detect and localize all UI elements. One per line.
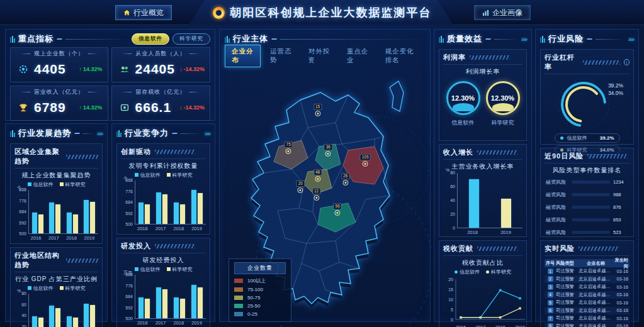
hatch-decor [155,150,195,154]
pin-icon [314,195,319,201]
tab-0[interactable]: 企业分布 [225,45,261,67]
hbar-row: 融资风险988 [546,191,628,198]
map-marker-28[interactable]: 28 [341,173,349,186]
bar [73,214,78,233]
wave-decor [453,103,474,111]
pin-icon [335,210,341,216]
tab-4[interactable]: 规企变化排名 [378,45,425,67]
bar-chart-patents: 个8687766845925002016201720182019 [121,180,206,231]
bar [174,202,179,224]
bar [84,304,89,327]
map-marker-36[interactable]: 36 [324,144,332,157]
map-marker-12[interactable]: 12 [312,188,320,201]
map-legend-row: 25-50 [234,303,286,309]
bar [180,204,185,224]
legend-swatch [60,182,64,186]
hatch-decor [477,150,517,155]
bar [38,318,43,327]
map-marker-75[interactable]: 75 [285,141,293,154]
pin-icon [286,148,291,154]
pin-icon [363,161,368,167]
table-row[interactable]: 3司法预警北京启迪卓越科技有限公司03-16 [545,283,630,291]
filter-pill-research[interactable]: 科学研究 [172,33,210,45]
bar [198,193,203,224]
more-link[interactable]: »» [628,36,634,43]
more-link[interactable]: »» [205,130,210,137]
bar [469,179,479,228]
bar [174,297,179,318]
panel-risk: 行业风险 – »» 行业杠杆率 i 39.2% 34.0% 信息软件39.2% … [535,29,639,322]
delta-down: ↓ -14.32% [179,66,206,72]
district-map[interactable]: 1575361054828201256 企业数量 100以上75-10050-7… [220,76,431,327]
legend-chip [234,296,243,300]
sub-rd-investment: 研发投入 研发经费投入 信息软件 科学研究 万元8687766845925002… [116,238,210,327]
pin-icon [315,176,320,182]
sub-innovation: 创新驱动 发明专利累计授权数量 信息软件 科学研究 个8687766845925… [116,143,210,235]
map-marker-15[interactable]: 15 [314,104,322,116]
legend-swatch [28,286,31,290]
legend-chip [234,279,243,283]
bar [145,299,150,318]
legend-swatch [60,286,64,290]
bar-chart-cluster: 个8687766845925002016201720182019 [14,190,98,241]
tab-2[interactable]: 对外投资 [302,45,337,67]
map-marker-105[interactable]: 105 [360,154,371,167]
svg-text:15: 15 [448,287,453,292]
tab-1[interactable]: 运营态势 [263,45,299,67]
map-marker-56[interactable]: 56 [334,203,342,216]
money-icon [118,101,131,114]
hbar-row: 融资风险876 [546,204,628,211]
info-icon[interactable]: i [624,59,630,65]
pin-icon [325,151,331,157]
line-chart-tax: 201510502016201720182019 [443,275,523,327]
wave-decor [492,103,514,111]
bar [501,199,511,228]
nav-enterprise-profile[interactable]: 企业画像 [474,5,531,20]
hatch-decor [66,258,98,263]
kpi-cards: 规上企业数（个） 4405 ↑ 14.32% 从业人员数（人） 24405 ↓ … [10,47,210,121]
table-row[interactable]: 5司法预警北京启迪卓越科技有限公司03-16 [545,299,630,307]
kpi-card-enterprises: 规上企业数（个） 4405 ↑ 14.32% [10,47,108,82]
hbar-chart-risk: 融资风险1234融资风险988融资风险876融资风险653融资风险523 [545,177,630,236]
bar-chart-rd: 万元8687766845925002016201720182019 [121,275,206,326]
ring-gauge: 39.2% 34.0% [545,75,630,132]
legend-dot [455,270,458,274]
bar [38,214,43,233]
table-row[interactable]: 4司法预警北京启迪卓越科技有限公司03-16 [545,291,630,299]
dashboard: 行业概览 朝阳区科创规上企业大数据监测平台 企业画像 重点指标 – 信息软件 科… [0,0,644,327]
sub-leverage: 行业杠杆率 i 39.2% 34.0% 信息软件39.2% 科学研究34.0% [540,49,634,145]
table-row[interactable]: 7司法预警北京启迪卓越科技有限公司03-16 [545,314,630,323]
more-link[interactable]: »» [521,36,527,43]
map-marker-48[interactable]: 48 [314,169,322,182]
bar [90,202,95,233]
filter-pill-software[interactable]: 信息软件 [132,33,169,45]
people-icon [118,63,131,75]
hatch-decor [470,55,510,60]
bar [90,305,95,327]
table-row[interactable]: 8司法预警北京启迪卓越科技有限公司03-16 [545,323,630,327]
table-row[interactable]: 6司法预警北京启迪卓越科技有限公司03-16 [545,307,630,315]
tab-3[interactable]: 重点企业 [340,45,376,67]
sub-income-growth: 收入增长 主营业务收入增长率 %80604020020182019 [439,144,527,237]
hatch-decor [66,155,98,159]
section-bars-icon [10,130,15,137]
table-row[interactable]: 2司法预警北京启迪卓越科技有限公司03-16 [545,275,630,284]
ring-legend-software: 信息软件39.2% [555,133,620,143]
hatch-decor [583,60,620,65]
panel-key-indicators: 重点指标 – 信息软件 科学研究 规上企业数（个） 4405 ↑ 14.32% … [5,29,215,121]
bar [156,287,161,318]
bar-chart-icon [482,9,489,16]
platform-logo-icon [213,7,225,19]
map-marker-20[interactable]: 20 [297,180,305,193]
hbar-row: 融资风险653 [546,216,628,223]
liquid-gauge-research: 12.30% [486,81,520,115]
legend-chip [234,287,243,292]
legend-swatch [135,173,138,177]
bar-chart-income: %80604020020182019 [443,173,523,235]
more-link[interactable]: »» [97,130,103,137]
legend-dot [486,270,489,274]
map-legend-row: 0-25 [234,311,286,317]
legend-chip [234,312,243,316]
table-row[interactable]: 1司法预警北京启迪卓越科技有限公司03-16 [545,267,630,275]
pin-icon [298,187,303,193]
